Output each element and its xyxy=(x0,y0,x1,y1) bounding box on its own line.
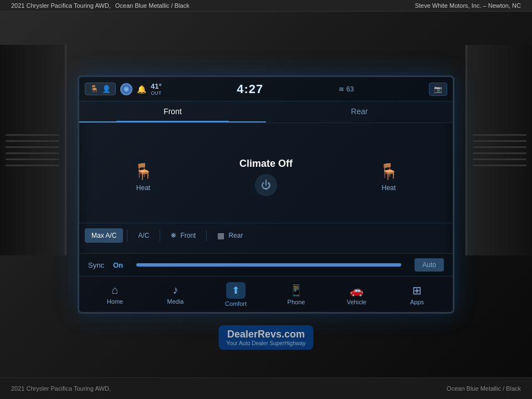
sync-slider[interactable] xyxy=(136,263,401,267)
left-seat-icon: 🪑 xyxy=(134,162,153,181)
vent-line xyxy=(473,140,526,142)
climate-power-button[interactable]: ⏻ xyxy=(255,174,277,196)
left-seat-heat[interactable]: 🪑 Heat xyxy=(134,162,153,192)
nav-apps[interactable]: ⊞ Apps xyxy=(401,284,434,305)
outside-temp: 41° OUT xyxy=(151,82,162,96)
vehicle-icon: 🚗 xyxy=(350,284,364,297)
separator xyxy=(160,230,160,241)
front-defrost-button[interactable]: ❋ Front xyxy=(164,228,202,243)
fan-speed-value: 63 xyxy=(346,85,354,93)
auto-button[interactable]: Auto xyxy=(415,258,444,272)
vent-line xyxy=(6,152,59,154)
climate-content: 🪑 Heat Climate Off ⏻ 🪑 Heat xyxy=(79,123,453,253)
sync-bar: Sync On Auto xyxy=(79,253,453,276)
infotainment-screen: 🪑 👤 🔔 41° OUT 4:27 ≋ 63 xyxy=(78,75,454,314)
vent-line xyxy=(6,165,59,166)
seat-heat-icon-left: 🪑 xyxy=(90,85,99,93)
dealer-text: Steve White Motors, Inc. – Newton, NC xyxy=(415,2,521,9)
top-bar-right: Steve White Motors, Inc. – Newton, NC xyxy=(415,2,521,9)
nav-comfort-label: Comfort xyxy=(225,300,247,307)
right-seat-heat[interactable]: 🪑 Heat xyxy=(379,162,398,192)
max-ac-button[interactable]: Max A/C xyxy=(85,228,123,243)
nav-home[interactable]: ⌂ Home xyxy=(99,284,132,305)
vent-line xyxy=(6,158,59,160)
vent-line xyxy=(6,134,59,136)
top-bar-left: 2021 Chrysler Pacifica Touring AWD, Ocea… xyxy=(11,2,190,9)
music-icon: ♪ xyxy=(173,284,178,296)
time-display: 4:27 xyxy=(237,82,263,96)
nav-comfort-bg: ⬆ xyxy=(226,282,245,299)
vent-line xyxy=(473,134,526,136)
bottom-car-model: 2021 Chrysler Pacifica Touring AWD, xyxy=(11,385,111,392)
bottom-controls-row: Max A/C A/C ❋ Front ▦ Rear xyxy=(79,223,453,248)
nav-phone-label: Phone xyxy=(288,299,305,305)
nav-home-label: Home xyxy=(107,298,123,305)
climate-off-text: Climate Off xyxy=(239,158,293,170)
right-vent xyxy=(466,45,532,255)
nav-phone[interactable]: 📱 Phone xyxy=(280,284,313,305)
nav-media-label: Media xyxy=(167,298,184,305)
separator xyxy=(127,230,127,241)
screen-nav: ⌂ Home ♪ Media ⬆ Comfort 📱 Phone 🚗 Vehic… xyxy=(79,276,453,312)
camera-icon: 📷 xyxy=(434,85,442,93)
seat-icons-box: 🪑 👤 xyxy=(85,83,116,95)
front-defrost-icon: ❋ xyxy=(171,232,176,239)
heat-controls-row: 🪑 Heat Climate Off ⏻ 🪑 Heat xyxy=(79,129,453,223)
watermark-overlay: DealerRevs.com Your Auto Dealer SuperHig… xyxy=(218,325,313,350)
seat-person-icon: 👤 xyxy=(102,85,111,93)
nav-apps-label: Apps xyxy=(410,299,424,305)
home-icon: ⌂ xyxy=(111,284,118,296)
left-vent xyxy=(0,45,66,255)
ac-button[interactable]: A/C xyxy=(131,228,156,243)
main-area: 🪑 👤 🔔 41° OUT 4:27 ≋ 63 xyxy=(0,12,532,377)
climate-tabs: Front Rear xyxy=(79,101,453,123)
left-heat-label: Heat xyxy=(136,184,150,192)
nav-vehicle-label: Vehicle xyxy=(347,299,366,305)
rear-defrost-icon: ▦ xyxy=(217,231,224,240)
sync-value: On xyxy=(113,261,123,269)
separator xyxy=(206,230,207,241)
bottom-car-color: Ocean Blue Metallic / Black xyxy=(447,385,521,392)
vent-line xyxy=(6,146,59,148)
vent-line xyxy=(473,152,526,154)
vent-line xyxy=(473,165,526,166)
watermark-box: DealerRevs.com Your Auto Dealer SuperHig… xyxy=(218,325,313,350)
screen-topbar-right: 📷 xyxy=(429,83,447,96)
vent-line xyxy=(6,140,59,142)
tab-rear[interactable]: Rear xyxy=(266,101,453,122)
fan-speed-display: ≋ 63 xyxy=(339,85,354,93)
page-top-bar: 2021 Chrysler Pacifica Touring AWD, Ocea… xyxy=(0,0,532,12)
rear-view-button[interactable]: 📷 xyxy=(429,83,447,96)
page-bottom-bar: 2021 Chrysler Pacifica Touring AWD, Ocea… xyxy=(0,377,532,398)
car-model-text: 2021 Chrysler Pacifica Touring AWD, xyxy=(11,2,111,9)
car-color-text: Ocean Blue Metallic / Black xyxy=(115,2,190,9)
blue-circle-button[interactable] xyxy=(120,83,132,95)
nav-vehicle[interactable]: 🚗 Vehicle xyxy=(340,284,374,305)
rear-defrost-button[interactable]: ▦ Rear xyxy=(211,228,249,243)
power-icon: ⏻ xyxy=(261,180,271,191)
notification-icon[interactable]: 🔔 xyxy=(137,85,146,94)
tab-front[interactable]: Front xyxy=(79,101,266,122)
climate-off-control[interactable]: Climate Off ⏻ xyxy=(239,158,293,196)
apps-icon: ⊞ xyxy=(412,284,422,297)
nav-media[interactable]: ♪ Media xyxy=(159,284,192,305)
screen-topbar-left: 🪑 👤 🔔 41° OUT xyxy=(85,82,162,96)
fan-icon: ≋ xyxy=(339,85,344,93)
comfort-icon: ⬆ xyxy=(232,285,240,296)
nav-comfort[interactable]: ⬆ Comfort xyxy=(219,282,253,307)
watermark-title: DealerRevs.com xyxy=(226,329,305,340)
screen-topbar: 🪑 👤 🔔 41° OUT 4:27 ≋ 63 xyxy=(79,77,453,101)
phone-icon: 📱 xyxy=(289,284,303,297)
sync-label: Sync xyxy=(88,261,104,269)
right-heat-label: Heat xyxy=(382,184,396,192)
right-seat-icon: 🪑 xyxy=(379,162,398,181)
vent-line xyxy=(473,158,526,160)
vent-line xyxy=(473,146,526,148)
watermark-subtitle: Your Auto Dealer SuperHighway xyxy=(226,340,305,346)
